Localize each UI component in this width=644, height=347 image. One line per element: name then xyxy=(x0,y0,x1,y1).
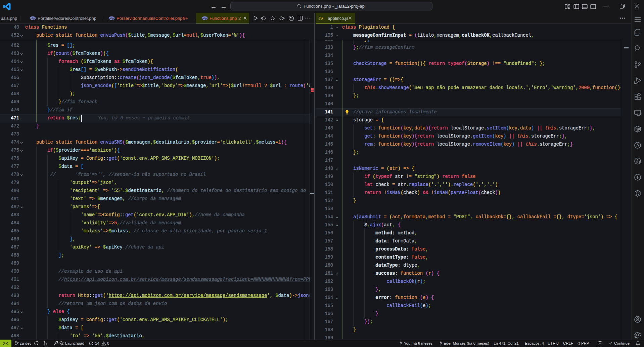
svg-text:php: php xyxy=(109,17,114,20)
svg-text:php: php xyxy=(202,17,207,20)
svg-text:php: php xyxy=(30,17,35,20)
